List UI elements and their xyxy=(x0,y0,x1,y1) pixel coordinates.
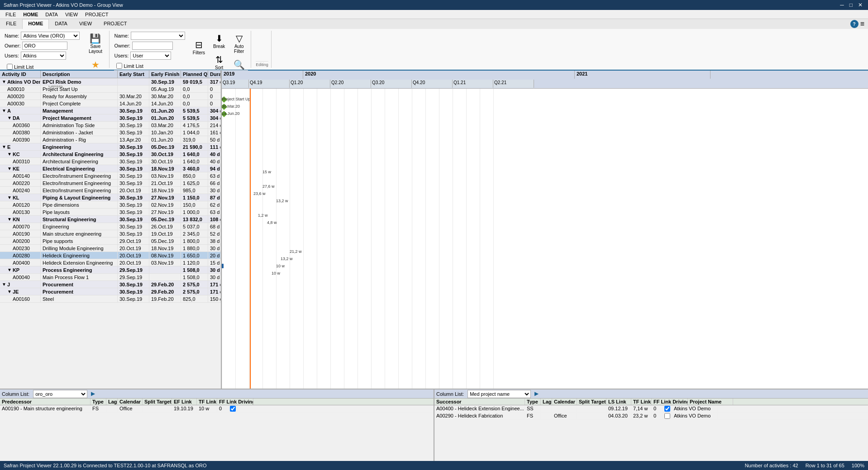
table-row[interactable]: A00390 Administration - Rig 13.Apr.20 01… xyxy=(0,136,221,143)
succ-col-type: Type xyxy=(525,399,541,405)
table-row[interactable]: A00020 Ready for Assembly 30.Mar.20 30.M… xyxy=(0,93,221,100)
status-bar: Safran Project Viewer 22.1.00.29 is Conn… xyxy=(0,461,868,470)
table-row[interactable]: A00220 Electro/Instrument Engineering 30… xyxy=(0,180,221,187)
cell-id: A00030 xyxy=(0,100,41,107)
table-row[interactable]: ▼ JE Procurement 30.Sep.19 29.Feb.20 2 5… xyxy=(0,288,221,295)
table-row[interactable]: ▼ A Management 30.Sep.19 01.Jun.20 5 539… xyxy=(0,107,221,114)
cell-desc: Drilling Module Engineering xyxy=(41,245,118,252)
table-row[interactable]: A00400 Helideck Extension Engineering 20… xyxy=(0,259,221,266)
tab-file[interactable]: FILE xyxy=(0,19,22,29)
sort-button[interactable]: ⇅ Sort xyxy=(210,53,228,72)
table-row[interactable]: A00380 Administration - Jacket 30.Sep.19… xyxy=(0,129,221,136)
cell-finish: 05.Aug.19 xyxy=(149,85,181,92)
cell-start: 30.Sep.19 xyxy=(118,143,149,150)
table-row[interactable]: A00160 Steel 30.Sep.19 19.Feb.20 825,0 1… xyxy=(0,295,221,303)
table-row[interactable]: A00360 Administration Top Side 30.Sep.19… xyxy=(0,122,221,129)
help-button[interactable]: ? xyxy=(850,20,858,28)
table-row[interactable]: A00310 Architectural Engineering 30.Sep.… xyxy=(0,158,221,165)
succ-col-calendar: Calendar xyxy=(552,399,577,405)
successor-column-list-select[interactable]: Med project name xyxy=(467,390,531,398)
table-row[interactable]: ▼ KE Electrical Engineering 30.Sep.19 18… xyxy=(0,165,221,172)
maximize-button[interactable]: □ xyxy=(848,2,854,8)
filter-users-select[interactable]: User xyxy=(130,52,171,60)
table-row[interactable]: A00120 Pipe dimensions 30.Sep.19 02.Nov.… xyxy=(0,201,221,209)
save-layout-button[interactable]: 💾 SaveLayout xyxy=(86,32,105,56)
layout-name-select[interactable]: Atkins View (ORO) xyxy=(21,32,80,40)
chart-body[interactable]: 15 w27,6 w23,6 w13,2 w1,2 w4,8 w21,2 w13… xyxy=(222,89,868,389)
table-row[interactable]: ▼ KN Structural Engineering 30.Sep.19 05… xyxy=(0,216,221,223)
table-row[interactable]: A00230 Drilling Module Engineering 20.Oc… xyxy=(0,245,221,252)
pred-driving-checkbox[interactable] xyxy=(230,406,236,412)
succ1-driving-checkbox[interactable] xyxy=(664,406,670,412)
filter-limit-list-checkbox[interactable] xyxy=(116,63,122,69)
succ1-driving-cell xyxy=(663,405,672,412)
table-row[interactable]: A00040 Main Process Flow 1 29.Sep.19 1 5… xyxy=(0,274,221,281)
limit-list-button[interactable]: Limit List xyxy=(5,62,36,71)
succ2-driving-checkbox[interactable] xyxy=(664,413,670,419)
cell-finish: 30.Mar.20 xyxy=(149,93,181,100)
cell-qty: 1 508,0 xyxy=(181,266,208,273)
filter-name-select[interactable] xyxy=(131,32,185,40)
tab-view[interactable]: VIEW xyxy=(73,19,98,29)
chart-area[interactable]: 201920202021Q3.19Q4.19Q1.20Q2.20Q3.20Q4.… xyxy=(222,71,868,389)
users-select[interactable]: Atkins xyxy=(21,52,66,60)
table-row[interactable]: A00130 Pipe layouts 30.Sep.19 27.Nov.19 … xyxy=(0,209,221,216)
gantt-label: 23,6 w xyxy=(253,191,266,196)
table-row[interactable]: A00240 Electro/Instrument Engineering 20… xyxy=(0,187,221,194)
cell-dur: 108 d xyxy=(208,216,221,223)
filter-name-row: Name: xyxy=(114,32,185,40)
table-row[interactable]: A00280 Helideck Engineering 20.Oct.19 08… xyxy=(0,252,221,259)
predecessor-header: Column List: oro_oro ▶ xyxy=(0,389,434,399)
table-row[interactable]: A00140 Electro/Instrument Engineering 30… xyxy=(0,172,221,180)
tab-data[interactable]: DATA xyxy=(49,19,73,29)
close-button[interactable]: ✕ xyxy=(856,2,864,8)
table-row[interactable]: ▼ KP Process Engineering 29.Sep.19 1 508… xyxy=(0,266,221,274)
grid-line xyxy=(290,89,290,389)
succ2-split-target-cell xyxy=(577,413,606,419)
predecessor-pane: Column List: oro_oro ▶ Predecessor Type … xyxy=(0,389,434,461)
filter-owner-input[interactable] xyxy=(132,42,173,50)
cell-start: 30.Sep.19 xyxy=(118,114,149,121)
pred-driving-cell xyxy=(229,405,238,412)
menu-data[interactable]: DATA xyxy=(42,12,62,17)
cell-finish: 05.Dec.19 xyxy=(149,143,181,150)
filters-button[interactable]: ⊟ Filters xyxy=(190,38,208,57)
table-row[interactable]: ▼ KL Piping & Layout Engineering 30.Sep.… xyxy=(0,194,221,201)
filter-name-label: Name: xyxy=(114,33,129,38)
filter-limit-list-button[interactable]: Limit List xyxy=(114,62,185,70)
predecessor-column-list-select[interactable]: oro_oro xyxy=(33,390,87,398)
table-row[interactable]: A00030 Project Complete 14.Jun.20 14.Jun… xyxy=(0,100,221,107)
table-row[interactable]: ▼ DA Project Management 30.Sep.19 01.Jun… xyxy=(0,114,221,122)
limit-list-checkbox[interactable] xyxy=(7,64,13,70)
table-row[interactable]: ▼ E Engineering 30.Sep.19 05.Dec.19 21 5… xyxy=(0,143,221,151)
menu-home[interactable]: HOME xyxy=(19,12,42,17)
menu-file[interactable]: FILE xyxy=(2,12,19,17)
predecessor-col-header: Predecessor Type Lag Calendar Split Targ… xyxy=(0,399,434,405)
tab-home[interactable]: HOME xyxy=(22,19,49,29)
table-row[interactable]: A00070 Engineering 30.Sep.19 26.Oct.19 5… xyxy=(0,223,221,230)
succ2-ls-link-cell: 04.03.20 xyxy=(606,413,631,419)
cell-finish: 27.Nov.19 xyxy=(149,194,181,201)
menu-project[interactable]: PROJECT xyxy=(81,12,112,17)
minimize-button[interactable]: ─ xyxy=(838,2,846,8)
cell-desc: Piping & Layout Engineering xyxy=(41,194,118,201)
quarter-header: Q3.19 xyxy=(222,80,249,88)
gantt-label: 21,2 w xyxy=(290,249,302,254)
menu-view[interactable]: VIEW xyxy=(62,12,81,17)
break-button[interactable]: ⬇ Break xyxy=(210,32,228,51)
table-row[interactable]: A00010 Project Start Up 05.Aug.19 0,0 0 xyxy=(0,85,221,93)
table-row[interactable]: ▼ J Procurement 30.Sep.19 29.Feb.20 2 57… xyxy=(0,281,221,288)
auto-filter-button[interactable]: ▽ AutoFilter xyxy=(230,32,248,56)
cell-finish: 05.Dec.19 xyxy=(149,216,181,223)
gantt-bar[interactable] xyxy=(222,264,224,268)
table-row[interactable]: A00200 Pipe supports 29.Oct.19 05.Dec.19… xyxy=(0,237,221,245)
tab-project[interactable]: PROJECT xyxy=(98,19,133,29)
grid-line xyxy=(425,89,426,389)
table-row[interactable]: A00190 Main structure engineering 30.Sep… xyxy=(0,230,221,237)
table-row[interactable]: ▼ Atkins VO Demo EPCI Risk Demo 30.Sep.1… xyxy=(0,78,221,85)
succ-col-split-target: Split Target xyxy=(577,399,606,405)
table-row[interactable]: ▼ KC Architectural Engineering 30.Sep.19… xyxy=(0,151,221,158)
cell-finish: 03.Mar.20 xyxy=(149,122,181,128)
owner-input[interactable] xyxy=(22,42,67,50)
hamburger-icon[interactable]: ≡ xyxy=(860,20,864,28)
